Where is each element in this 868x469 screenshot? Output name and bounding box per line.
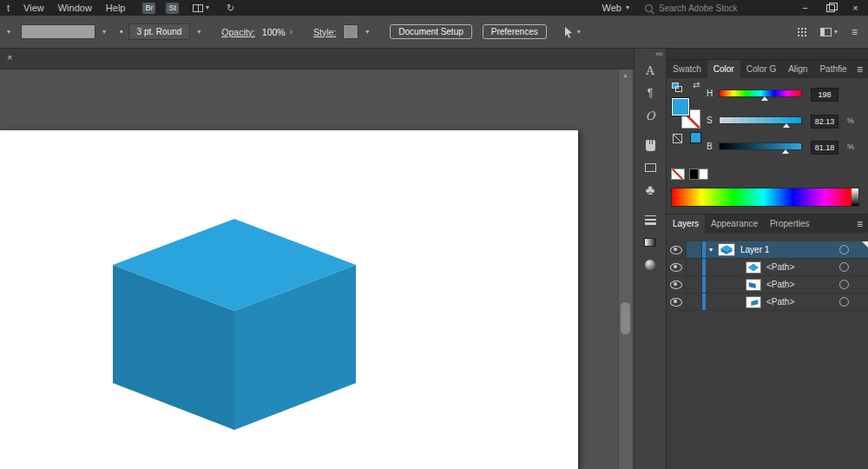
character-panel-icon[interactable]: A xyxy=(635,60,666,81)
opacity-label[interactable]: Opacity: xyxy=(221,27,255,37)
path-thumbnail[interactable] xyxy=(746,279,761,291)
tab-appearance[interactable]: Appearance xyxy=(705,215,764,233)
scroll-up-icon[interactable]: ▴ xyxy=(619,71,632,79)
opacity-chevron[interactable]: › xyxy=(290,27,293,36)
target-circle[interactable] xyxy=(839,245,849,254)
vertical-scrollbar[interactable]: ▴ xyxy=(618,69,632,469)
style-label[interactable]: Style: xyxy=(313,27,336,37)
minimize-button[interactable]: − xyxy=(792,0,818,16)
fill-swatch[interactable] xyxy=(671,97,690,116)
document-setup-button[interactable]: Document Setup xyxy=(390,24,472,39)
brush-definition-chevron[interactable]: ▾ xyxy=(197,29,201,36)
artboard[interactable] xyxy=(0,130,578,469)
color-spectrum-bar[interactable] xyxy=(671,188,859,207)
brush-definition-select[interactable]: 3 pt. Round xyxy=(128,23,191,40)
path-name[interactable]: <Path> xyxy=(766,297,794,307)
layer-row-path3[interactable]: <Path> xyxy=(667,294,868,311)
target-circle[interactable] xyxy=(839,297,849,307)
expand-chevron[interactable]: ▾ xyxy=(706,246,716,254)
adobe-stock-search[interactable] xyxy=(645,3,758,14)
expand-panels-icon[interactable]: «« xyxy=(655,49,666,58)
tab-swatches[interactable]: Swatch xyxy=(667,60,707,78)
brightness-slider[interactable] xyxy=(719,142,802,150)
libraries-panel-icon[interactable] xyxy=(635,135,666,155)
visibility-toggle[interactable] xyxy=(667,241,687,258)
lock-toggle[interactable] xyxy=(687,259,702,275)
rotate-view-icon[interactable]: ↻ xyxy=(227,3,234,14)
arrange-windows-button[interactable]: ▾ xyxy=(820,28,838,36)
tab-pathfinder[interactable]: Pathfie xyxy=(813,60,852,78)
isolate-selected-object-button[interactable]: ▾ xyxy=(562,26,581,38)
path-name[interactable]: <Path> xyxy=(766,280,794,289)
tab-align[interactable]: Align xyxy=(782,60,813,78)
variable-width-chevron[interactable]: ▾ xyxy=(102,29,106,36)
menu-item-truncated[interactable]: t xyxy=(0,0,16,16)
bridge-button[interactable]: Br xyxy=(142,3,155,14)
black-swatch[interactable] xyxy=(689,168,699,180)
arrange-documents-button[interactable]: ▾ xyxy=(193,4,209,12)
menu-item-window[interactable]: Window xyxy=(51,0,99,16)
gradient-panel-icon[interactable] xyxy=(635,232,666,253)
search-input[interactable] xyxy=(657,3,754,14)
hue-slider-marker[interactable] xyxy=(761,96,768,101)
layer-row-layer1[interactable]: ▾ Layer 1 xyxy=(667,241,868,259)
stroke-color-box[interactable] xyxy=(21,24,95,39)
style-chevron[interactable]: ▾ xyxy=(365,29,369,36)
visibility-toggle[interactable] xyxy=(667,294,687,310)
tab-properties[interactable]: Properties xyxy=(764,215,816,233)
last-color-swatch[interactable] xyxy=(690,132,701,143)
layer-name[interactable]: Layer 1 xyxy=(740,245,769,254)
menu-item-view[interactable]: View xyxy=(16,0,51,16)
restore-button[interactable] xyxy=(818,0,843,16)
artboards-panel-icon[interactable] xyxy=(635,157,666,178)
target-circle[interactable] xyxy=(839,262,849,272)
visibility-toggle[interactable] xyxy=(667,276,687,293)
lock-toggle[interactable] xyxy=(687,241,702,258)
touch-workspace-icon[interactable] xyxy=(797,27,806,36)
white-swatch[interactable] xyxy=(699,168,708,180)
brightness-value-input[interactable]: 81.18 xyxy=(811,141,838,155)
swap-fill-stroke-icon[interactable]: ⇄ xyxy=(693,80,700,89)
color-panel-menu-icon[interactable]: ≡ xyxy=(857,60,863,79)
hue-slider[interactable] xyxy=(719,89,802,97)
layer-row-path2[interactable]: <Path> xyxy=(667,276,868,294)
cube-artwork[interactable] xyxy=(0,130,578,469)
path-name[interactable]: <Path> xyxy=(766,262,794,272)
tab-layers[interactable]: Layers xyxy=(667,215,705,233)
color-mode-box-icon[interactable] xyxy=(673,134,682,143)
lock-toggle[interactable] xyxy=(687,294,702,310)
symbols-panel-icon[interactable]: ♣ xyxy=(635,180,666,201)
opacity-value[interactable]: 100% xyxy=(262,27,286,37)
lock-toggle[interactable] xyxy=(687,276,702,293)
controlbar-menu-icon[interactable]: ≡ xyxy=(852,26,858,38)
layer-thumbnail[interactable] xyxy=(718,243,735,256)
close-button[interactable]: × xyxy=(843,0,868,16)
saturation-value-input[interactable]: 82.13 xyxy=(811,115,838,129)
fill-stroke-mini-icon[interactable] xyxy=(672,83,682,92)
preferences-button[interactable]: Preferences xyxy=(483,24,547,39)
workspace-switcher[interactable]: Web ▾ xyxy=(602,3,629,13)
opentype-panel-icon[interactable]: O xyxy=(635,105,666,126)
none-swatch[interactable] xyxy=(671,168,685,180)
transparency-panel-icon[interactable] xyxy=(635,254,666,275)
paragraph-panel-icon[interactable]: ¶ xyxy=(635,83,666,103)
visibility-toggle[interactable] xyxy=(667,259,687,275)
saturation-slider-marker[interactable] xyxy=(783,123,790,128)
path-thumbnail[interactable] xyxy=(746,261,761,274)
tab-color[interactable]: Color xyxy=(707,60,740,78)
menu-item-help[interactable]: Help xyxy=(99,0,133,16)
scrollbar-thumb[interactable] xyxy=(621,302,630,334)
layer-row-path1[interactable]: <Path> xyxy=(667,259,868,276)
fill-dropdown-chevron[interactable]: ▾ xyxy=(7,29,10,36)
brightness-slider-marker[interactable] xyxy=(782,149,789,154)
style-swatch[interactable] xyxy=(343,24,358,39)
hue-value-input[interactable]: 198 xyxy=(811,88,838,102)
stroke-panel-icon[interactable] xyxy=(635,209,666,230)
document-tab-close-button[interactable]: × xyxy=(7,52,12,63)
saturation-slider[interactable] xyxy=(719,116,802,124)
stock-button[interactable]: St xyxy=(166,3,179,14)
tab-color-guide[interactable]: Color G xyxy=(740,60,782,78)
target-circle[interactable] xyxy=(839,280,849,289)
canvas-pasteboard[interactable]: ▴ xyxy=(0,69,634,469)
layers-panel-menu-icon[interactable]: ≡ xyxy=(857,215,863,234)
